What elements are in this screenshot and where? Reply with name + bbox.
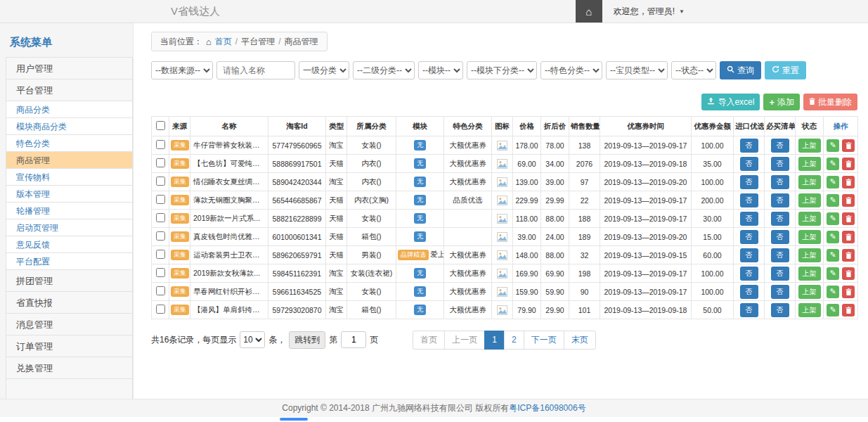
row-checkbox[interactable] (156, 140, 165, 149)
must-buy-toggle[interactable]: 否 (771, 230, 789, 244)
delete-button[interactable] (842, 231, 855, 243)
filter-select-7[interactable]: --宝贝类型-- (606, 61, 668, 79)
batch-delete-button[interactable]: 批量删除 (803, 94, 857, 110)
must-buy-toggle[interactable]: 否 (771, 303, 789, 317)
delete-button[interactable] (842, 212, 855, 225)
status-button[interactable]: 上架 (798, 230, 821, 244)
status-button[interactable]: 上架 (798, 285, 821, 299)
filter-name-input[interactable] (216, 61, 295, 79)
sidebar-item-13[interactable]: 省直快报 (6, 291, 133, 314)
sidebar-item-3[interactable]: 模块商品分类 (6, 117, 133, 135)
import-select-toggle[interactable]: 否 (740, 303, 758, 317)
delete-button[interactable] (842, 304, 855, 316)
sidebar-item-5[interactable]: 商品管理 (6, 151, 133, 169)
page-number-button-1[interactable]: 1 (484, 331, 505, 350)
edit-button[interactable]: ✎ (827, 176, 839, 188)
filter-select-0[interactable]: --数据来源-- (151, 61, 213, 79)
sidebar-item-7[interactable]: 版本管理 (6, 185, 133, 203)
edit-button[interactable]: ✎ (827, 249, 839, 262)
edit-button[interactable]: ✎ (827, 267, 839, 280)
search-button[interactable]: 查询 (720, 61, 761, 79)
select-all-checkbox[interactable] (156, 121, 165, 130)
page-next-button[interactable]: 下一页 (524, 331, 564, 350)
home-button[interactable]: ⌂ (576, 0, 602, 23)
sidebar-item-4[interactable]: 特色分类 (6, 134, 133, 152)
edit-button[interactable]: ✎ (827, 139, 839, 152)
sidebar-item-8[interactable]: 轮播管理 (6, 202, 133, 219)
import-select-toggle[interactable]: 否 (740, 230, 758, 244)
must-buy-toggle[interactable]: 否 (771, 175, 789, 189)
status-button[interactable]: 上架 (798, 139, 821, 153)
sidebar-item-9[interactable]: 启动页管理 (6, 219, 133, 236)
must-buy-toggle[interactable]: 否 (771, 267, 789, 281)
row-checkbox[interactable] (156, 305, 165, 314)
edit-button[interactable]: ✎ (827, 158, 839, 170)
delete-button[interactable] (842, 249, 855, 262)
filter-select-5[interactable]: --模块下分类-- (467, 61, 537, 79)
add-button[interactable]: + 添加 (763, 94, 800, 110)
must-buy-toggle[interactable]: 否 (771, 285, 789, 299)
icp-link[interactable]: 粤ICP备16098006号 (509, 402, 585, 414)
filter-select-4[interactable]: --模块-- (418, 61, 463, 79)
must-buy-toggle[interactable]: 否 (771, 248, 789, 262)
scrollbar-thumb[interactable] (280, 418, 308, 421)
delete-button[interactable] (842, 176, 855, 188)
sidebar-item-15[interactable]: 订单管理 (6, 335, 133, 357)
breadcrumb-home-link[interactable]: 首页 (215, 36, 232, 48)
edit-button[interactable]: ✎ (827, 231, 839, 243)
row-checkbox[interactable] (156, 286, 165, 295)
import-select-toggle[interactable]: 否 (740, 175, 758, 189)
import-select-toggle[interactable]: 否 (740, 212, 758, 226)
page-prev-button[interactable]: 上一页 (444, 331, 485, 350)
filter-select-2[interactable]: 一级分类 (299, 61, 349, 79)
sidebar-item-16[interactable]: 兑换管理 (6, 357, 133, 379)
must-buy-toggle[interactable]: 否 (771, 139, 789, 153)
row-checkbox[interactable] (156, 231, 165, 241)
delete-button[interactable] (842, 139, 855, 152)
must-buy-toggle[interactable]: 否 (771, 193, 789, 207)
import-select-toggle[interactable]: 否 (740, 157, 758, 171)
sidebar-item-10[interactable]: 意见反馈 (6, 236, 133, 253)
page-number-input[interactable] (341, 331, 366, 348)
page-number-button-2[interactable]: 2 (504, 331, 524, 350)
import-excel-button[interactable]: 导入excel (701, 94, 760, 110)
delete-button[interactable] (842, 267, 855, 280)
import-select-toggle[interactable]: 否 (740, 267, 758, 281)
edit-button[interactable]: ✎ (827, 286, 839, 298)
sidebar-item-11[interactable]: 平台配置 (6, 252, 133, 270)
jump-button[interactable]: 跳转到 (289, 331, 325, 349)
must-buy-toggle[interactable]: 否 (771, 212, 789, 226)
status-button[interactable]: 上架 (798, 248, 821, 262)
delete-button[interactable] (842, 158, 855, 170)
row-checkbox[interactable] (156, 195, 165, 204)
page-last-button[interactable]: 末页 (564, 331, 596, 350)
filter-select-6[interactable]: --特色分类-- (540, 61, 602, 79)
page-size-select[interactable]: 10 (240, 331, 265, 348)
sidebar-item-0[interactable]: 用户管理 (6, 57, 133, 79)
row-checkbox[interactable] (156, 177, 165, 186)
row-checkbox[interactable] (156, 250, 165, 259)
import-select-toggle[interactable]: 否 (740, 285, 758, 299)
row-checkbox[interactable] (156, 213, 165, 222)
edit-button[interactable]: ✎ (827, 194, 839, 207)
reset-button[interactable]: 重置 (765, 61, 806, 79)
import-select-toggle[interactable]: 否 (740, 248, 758, 262)
row-checkbox[interactable] (156, 268, 165, 277)
status-button[interactable]: 上架 (798, 303, 821, 317)
status-button[interactable]: 上架 (798, 212, 821, 226)
status-button[interactable]: 上架 (798, 193, 821, 207)
row-checkbox[interactable] (156, 158, 165, 167)
sidebar-item-14[interactable]: 消息管理 (6, 313, 133, 335)
page-first-button[interactable]: 首页 (413, 331, 445, 350)
status-button[interactable]: 上架 (798, 267, 821, 281)
import-select-toggle[interactable]: 否 (740, 139, 758, 153)
user-menu[interactable]: 欢迎您，管理员! ▼ (602, 6, 696, 18)
import-select-toggle[interactable]: 否 (740, 193, 758, 207)
sidebar-item-17[interactable] (6, 378, 133, 399)
edit-button[interactable]: ✎ (827, 212, 839, 225)
delete-button[interactable] (842, 286, 855, 298)
sidebar-item-2[interactable]: 商品分类 (6, 101, 133, 118)
edit-button[interactable]: ✎ (827, 304, 839, 316)
status-button[interactable]: 上架 (798, 157, 821, 171)
sidebar-item-6[interactable]: 宣传物料 (6, 168, 133, 186)
